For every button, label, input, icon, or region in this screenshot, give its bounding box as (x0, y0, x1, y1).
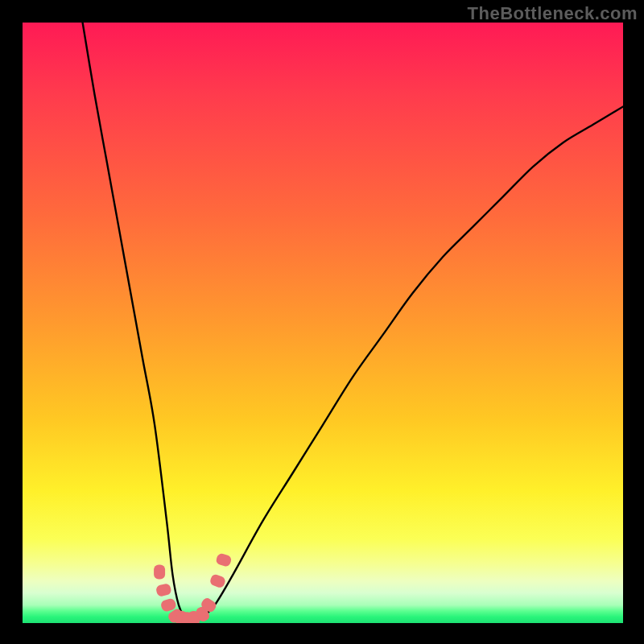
chart-frame: TheBottleneck.com (0, 0, 644, 644)
curve-layer (23, 23, 623, 623)
watermark-text: TheBottleneck.com (468, 3, 638, 24)
highlight-marker (154, 565, 165, 580)
bottleneck-curve-group (83, 23, 623, 621)
highlight-marker (155, 583, 172, 597)
highlight-marker (215, 552, 232, 567)
highlight-marker (209, 573, 227, 588)
highlight-markers-group (154, 552, 232, 623)
plot-area (23, 23, 623, 623)
bottleneck-curve (83, 23, 623, 621)
